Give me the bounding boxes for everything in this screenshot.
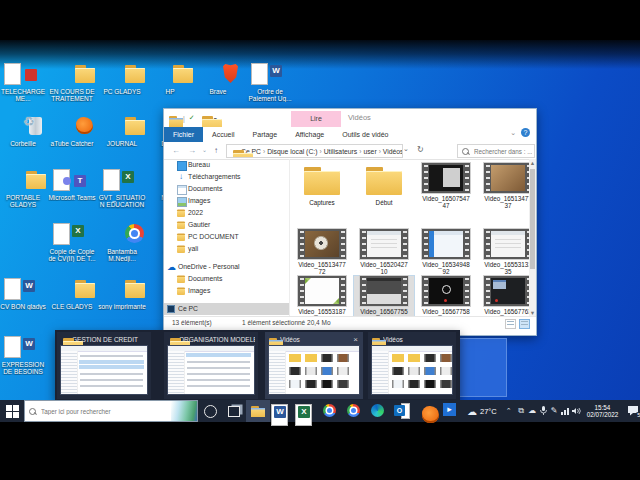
network-icon[interactable] bbox=[560, 400, 571, 422]
desktop-icon-hp[interactable]: HP bbox=[146, 62, 194, 95]
weather-widget[interactable]: ☁ 27°C bbox=[462, 406, 502, 417]
taskbar-button-excel[interactable]: X bbox=[294, 400, 318, 422]
new-folder-icon[interactable] bbox=[199, 113, 210, 124]
breadcrumb-segment[interactable]: Utilisateurs bbox=[324, 148, 358, 155]
sidebar-item-gautier[interactable]: Gautier bbox=[164, 219, 289, 231]
start-button[interactable] bbox=[0, 400, 24, 422]
sidebar-item-t-l-chargements[interactable]: ↓Téléchargements bbox=[164, 171, 289, 183]
onedrive-icon[interactable]: ☁ bbox=[527, 400, 538, 422]
sidebar-item-images[interactable]: Images bbox=[164, 285, 289, 297]
scrollbar-thumb[interactable] bbox=[530, 169, 535, 269]
sidebar-item-documents[interactable]: Documents bbox=[164, 273, 289, 285]
vertical-scrollbar[interactable]: ▲ ▼ bbox=[529, 159, 536, 317]
desktop-icon-pc-gladys[interactable]: PC GLADYS bbox=[98, 62, 146, 95]
desktop-icon-bantamba-m-nedji[interactable]: Bantamba M.Nedji... bbox=[98, 222, 146, 262]
recent-chevron-icon[interactable]: ⌄ bbox=[202, 146, 207, 153]
desktop-icon-expression-de-besoins[interactable]: WEXPRESSION DE BESOINS bbox=[0, 335, 47, 375]
properties-icon[interactable]: ✓ bbox=[189, 114, 195, 122]
file-item[interactable]: Video_1651347772 bbox=[292, 229, 352, 275]
desktop-icon-portable-gladys[interactable]: PORTABLE GLADYS bbox=[0, 168, 47, 208]
display-icon[interactable]: ⧉ bbox=[516, 400, 527, 422]
preview-card-0[interactable]: GESTION DE CREDIT bbox=[57, 332, 151, 399]
file-item[interactable]: Video_1652042710 bbox=[354, 229, 414, 275]
icon-label: CLE GLADYS bbox=[48, 303, 96, 310]
sidebar-item-2022[interactable]: 2022 bbox=[164, 207, 289, 219]
sidebar-item-pc-document[interactable]: PC DOCUMENT bbox=[164, 231, 289, 243]
preview-card-1[interactable]: ORGANISATION MODELE T... bbox=[164, 332, 258, 399]
tab-fichier[interactable]: Fichier bbox=[164, 127, 203, 142]
microphone-icon[interactable] bbox=[538, 400, 549, 422]
file-item[interactable]: Video_1653494892 bbox=[416, 229, 476, 275]
tab-partage[interactable]: Partage bbox=[244, 127, 287, 142]
taskbar-button-task-view[interactable] bbox=[222, 400, 246, 422]
desktop-icon-sony-imprimante[interactable]: sony imprimante bbox=[98, 277, 146, 310]
desktop-icon-ordre-de-paiement-ug[interactable]: WOrdre de Paiement Ug... bbox=[246, 62, 294, 102]
sidebar-item-images[interactable]: Images bbox=[164, 195, 289, 207]
action-center-button[interactable]: 5 bbox=[623, 402, 640, 420]
forward-button[interactable]: → bbox=[188, 146, 196, 155]
taskbar-button-chrome[interactable] bbox=[318, 400, 342, 422]
pen-icon[interactable]: ✎ bbox=[549, 400, 560, 422]
taskbar-button-films-tv[interactable] bbox=[438, 400, 462, 422]
taskbar-button-word[interactable]: W bbox=[270, 400, 294, 422]
up-button[interactable]: ↑ bbox=[214, 146, 218, 155]
desktop-icon-en-cours-de-traitement[interactable]: EN COURS DE TRAITEMENT bbox=[48, 62, 96, 102]
close-icon[interactable]: × bbox=[351, 335, 360, 344]
address-dropdown-chevron-icon[interactable]: ⌄ bbox=[403, 145, 409, 153]
thumbnails-view-button[interactable] bbox=[519, 319, 530, 329]
help-icon[interactable]: ? bbox=[521, 128, 530, 137]
taskbar-button-atube-catcher[interactable] bbox=[414, 400, 438, 422]
outlook-icon: O bbox=[394, 403, 410, 419]
scroll-up-icon[interactable]: ▲ bbox=[529, 160, 536, 166]
desktop-icon-cv-bon-gladys[interactable]: WCV BON gladys bbox=[0, 277, 47, 310]
sidebar-item-onedrive-personal[interactable]: ☁OneDrive - Personal bbox=[164, 261, 289, 273]
volume-icon[interactable] bbox=[571, 400, 582, 422]
preview-card-3[interactable]: Vidéos bbox=[368, 332, 456, 399]
desktop-icon-gvt-situation-education-il[interactable]: XGVT_SITUATION EDUCATION IL... bbox=[98, 168, 146, 209]
taskbar-clock[interactable]: 15:54 02/07/2022 bbox=[582, 404, 624, 419]
desktop-icon-journal[interactable]: JOURNAL bbox=[98, 114, 146, 147]
taskbar-button-cortana[interactable] bbox=[198, 400, 222, 422]
file-item[interactable]: Video_1650754747 bbox=[416, 163, 476, 209]
desktop-icon-atube-catcher[interactable]: aTube Catcher bbox=[48, 114, 96, 147]
preview-card-2[interactable]: Vidéos× bbox=[265, 332, 363, 399]
window-titlebar[interactable]: | ✓ ▾ Lire Vidéos bbox=[164, 109, 536, 127]
mini-video bbox=[440, 354, 452, 362]
hidden-icons-chevron-icon[interactable]: ⌃ bbox=[502, 407, 516, 415]
address-box[interactable]: Ce PC›Disque local (C:)›Utilisateurs›use… bbox=[226, 144, 403, 158]
desktop-icon-microsoft-teams[interactable]: TMicrosoft Teams bbox=[48, 168, 96, 201]
desktop-icon-brave[interactable]: Brave bbox=[194, 62, 242, 95]
sidebar-item-documents[interactable]: Documents bbox=[164, 183, 289, 195]
explorer-search-input[interactable] bbox=[472, 147, 534, 156]
desktop-icon-copie-de-copie-de-cv-ii-de-t[interactable]: XCopie de Copie de CV(II) DE T... bbox=[48, 222, 96, 262]
mini-video bbox=[408, 367, 420, 375]
refresh-icon[interactable]: ↻ bbox=[417, 145, 424, 154]
details-view-button[interactable] bbox=[505, 319, 516, 329]
breadcrumb-segment[interactable]: user bbox=[363, 148, 376, 155]
sidebar-item-bureau[interactable]: Bureau bbox=[164, 159, 289, 171]
tab-outils-de-vid-o[interactable]: Outils de vidéo bbox=[333, 127, 397, 142]
breadcrumb-segment[interactable]: Disque local (C:) bbox=[267, 148, 317, 155]
explorer-search-box[interactable] bbox=[457, 144, 535, 158]
tab-accueil[interactable]: Accueil bbox=[203, 127, 244, 142]
ribbon-collapse-chevron-icon[interactable]: ⌄ bbox=[510, 129, 516, 137]
taskbar-button-chrome-2[interactable] bbox=[342, 400, 366, 422]
tab-affichage[interactable]: Affichage bbox=[286, 127, 333, 142]
thumbnail-art bbox=[429, 231, 463, 257]
desktop-icon-corbeille[interactable]: Corbeille bbox=[0, 114, 47, 147]
sidebar-item-ce-pc[interactable]: Ce PC bbox=[164, 303, 289, 315]
desktop-icon-telechargeme[interactable]: TELECHARGEME... bbox=[0, 62, 47, 102]
mini-video bbox=[337, 380, 349, 388]
back-button[interactable]: ← bbox=[172, 146, 180, 155]
desktop-icon-cle-gladys[interactable]: CLE GLADYS bbox=[48, 277, 96, 310]
file-item[interactable]: Début bbox=[354, 163, 414, 206]
sidebar-item-yali[interactable]: yali bbox=[164, 243, 289, 255]
taskbar-button-edge[interactable] bbox=[366, 400, 390, 422]
thumbnail-art bbox=[429, 278, 463, 304]
file-item[interactable]: Captures bbox=[292, 163, 352, 206]
mini-video bbox=[337, 354, 349, 362]
taskbar-button-file-explorer[interactable] bbox=[246, 400, 270, 422]
taskbar-button-outlook[interactable]: O bbox=[390, 400, 414, 422]
breadcrumb-segment[interactable]: Vidéos bbox=[383, 148, 403, 155]
taskbar-search-box[interactable] bbox=[24, 400, 198, 422]
